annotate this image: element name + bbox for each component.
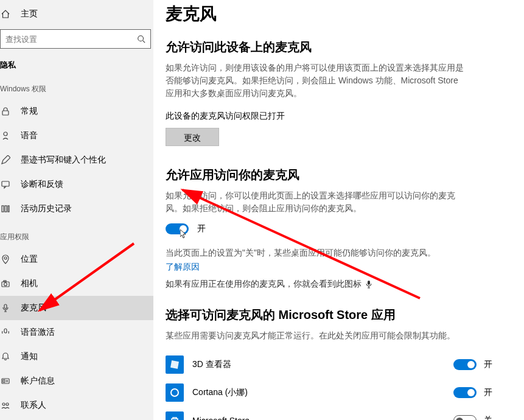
svg-rect-14 xyxy=(3,380,5,382)
app-name: Cortana (小娜) xyxy=(192,387,453,398)
app-toggle[interactable] xyxy=(453,415,477,420)
svg-point-18 xyxy=(6,403,9,405)
svg-point-21 xyxy=(171,389,178,396)
group-app-permissions: 应用权限 xyxy=(0,221,153,247)
sidebar-item-pen[interactable]: 墨迹书写和键入个性化 xyxy=(0,148,153,172)
app-toggle-label: 开 xyxy=(484,387,492,398)
feedback-icon xyxy=(0,180,11,189)
history-icon xyxy=(0,204,11,214)
people-icon xyxy=(0,401,11,410)
svg-point-17 xyxy=(2,403,5,405)
app-row: Cortana (小娜) 开 xyxy=(166,379,505,407)
svg-rect-19 xyxy=(368,281,370,285)
search-input[interactable] xyxy=(1,30,150,48)
app-name: Microsoft Store xyxy=(192,416,453,420)
app-icon xyxy=(166,383,184,402)
section-choose-apps-desc: 某些应用需要访问麦克风才能正常运行。在此处关闭应用可能会限制其功能。 xyxy=(166,329,464,342)
home-link[interactable]: 主页 xyxy=(0,4,153,27)
home-icon xyxy=(0,9,11,19)
sidebar-item-feedback[interactable]: 诊断和反馈 xyxy=(0,172,153,197)
home-label: 主页 xyxy=(21,9,38,19)
sidebar-item-label: 墨迹书写和键入个性化 xyxy=(21,155,106,166)
change-button[interactable]: 更改 xyxy=(166,128,219,146)
app-row: 3D 查看器 开 xyxy=(166,351,505,379)
voice-icon xyxy=(0,327,11,337)
sidebar-item-label: 麦克风 xyxy=(21,303,46,313)
search-icon xyxy=(137,35,145,43)
card-icon xyxy=(0,376,11,386)
learn-why-link[interactable]: 了解原因 xyxy=(166,262,505,273)
sidebar-item-label: 位置 xyxy=(21,254,38,265)
svg-point-0 xyxy=(138,36,144,41)
mic-icon xyxy=(365,280,372,289)
sidebar-item-label: 语音 xyxy=(21,130,38,141)
camera-icon xyxy=(0,279,11,289)
sidebar-item-card[interactable]: 帐户信息 xyxy=(0,369,153,393)
section-choose-apps-title: 选择可访问麦克风的 Microsoft Store 应用 xyxy=(166,307,505,323)
app-name: 3D 查看器 xyxy=(192,359,453,370)
svg-rect-10 xyxy=(4,281,6,282)
svg-rect-4 xyxy=(2,206,4,212)
section-app-access-title: 允许应用访问你的麦克风 xyxy=(166,167,505,183)
app-access-note: 当此页面上的设置为"关"时，某些桌面应用可能仍能够访问你的麦克风。 xyxy=(166,247,464,259)
svg-point-7 xyxy=(4,257,7,259)
section-device-access-desc: 如果允许访问，则使用该设备的用户将可以使用该页面上的设置来选择其应用是否能够访问… xyxy=(166,61,464,100)
sidebar-item-speech[interactable]: 语音 xyxy=(0,124,153,148)
svg-rect-1 xyxy=(2,111,9,115)
bell-icon xyxy=(0,352,11,362)
speech-icon xyxy=(0,131,11,141)
svg-point-9 xyxy=(4,283,7,286)
mic-icon xyxy=(0,303,11,313)
svg-rect-12 xyxy=(4,329,7,333)
svg-rect-5 xyxy=(5,206,7,212)
svg-rect-3 xyxy=(2,181,9,186)
app-toggle-label: 关 xyxy=(484,415,492,420)
svg-point-2 xyxy=(4,132,7,136)
svg-rect-11 xyxy=(4,304,7,309)
pen-icon xyxy=(0,155,11,165)
page-title: 麦克风 xyxy=(166,2,505,26)
sidebar-item-bell[interactable]: 通知 xyxy=(0,345,153,369)
sidebar-item-label: 语音激活 xyxy=(21,327,55,338)
device-access-status: 此设备的麦克风访问权限已打开 xyxy=(166,111,505,122)
category-label: 隐私 xyxy=(0,60,153,73)
sidebar-item-label: 常规 xyxy=(21,106,38,117)
group-windows-permissions: Windows 权限 xyxy=(0,73,153,99)
sidebar-item-voice[interactable]: 语音激活 xyxy=(0,320,153,345)
sidebar-item-lock[interactable]: 常规 xyxy=(0,99,153,124)
section-device-access-title: 允许访问此设备上的麦克风 xyxy=(166,39,505,55)
app-icon xyxy=(166,355,184,374)
sidebar-item-label: 联系人 xyxy=(21,400,46,411)
sidebar-item-location[interactable]: 位置 xyxy=(0,247,153,271)
app-toggle-label: 开 xyxy=(484,359,492,370)
sidebar-item-history[interactable]: 活动历史记录 xyxy=(0,197,153,221)
section-app-access-desc: 如果允许访问，你可以使用此页面上的设置来选择哪些应用可以访问你的麦克风。如果拒绝… xyxy=(166,189,464,215)
sidebar: 主页 隐私 Windows 权限 常规语音墨迹书写和键入个性化诊断和反馈活动历史… xyxy=(0,0,153,420)
sidebar-item-label: 相机 xyxy=(21,278,38,289)
mic-usage-note: 如果有应用正在使用你的麦克风，你就会看到此图标 xyxy=(166,279,362,290)
app-toggle[interactable] xyxy=(453,387,477,398)
sidebar-item-people[interactable]: 联系人 xyxy=(0,393,153,418)
sidebar-item-camera[interactable]: 相机 xyxy=(0,271,153,296)
app-access-toggle-label: 开 xyxy=(197,223,206,234)
svg-rect-6 xyxy=(8,206,9,212)
sidebar-item-label: 帐户信息 xyxy=(21,376,55,387)
cursor-icon xyxy=(180,229,187,239)
main-content: 麦克风 允许访问此设备上的麦克风 如果允许访问，则使用该设备的用户将可以使用该页… xyxy=(153,0,524,420)
app-toggle[interactable] xyxy=(453,359,477,370)
sidebar-item-label: 通知 xyxy=(21,351,38,362)
search-input-wrap[interactable] xyxy=(0,29,151,49)
svg-rect-20 xyxy=(170,360,179,369)
lock-icon xyxy=(0,107,11,116)
app-row: Microsoft Store 关 xyxy=(166,407,505,420)
app-icon xyxy=(166,411,184,420)
location-icon xyxy=(0,254,11,264)
sidebar-item-mic[interactable]: 麦克风 xyxy=(0,296,153,320)
sidebar-item-label: 活动历史记录 xyxy=(21,203,72,214)
sidebar-item-label: 诊断和反馈 xyxy=(21,179,63,190)
